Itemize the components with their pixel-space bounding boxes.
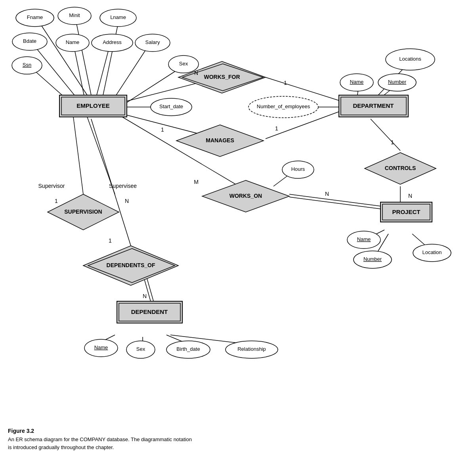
svg-line-27 [73, 117, 83, 194]
dep-name-text: Name [94, 344, 108, 350]
er-diagram: .entity-rect { fill: #d0d0d0; stroke: #0… [0, 0, 476, 436]
emp-sex-text: Sex [179, 61, 188, 67]
dept-name-text: Name [350, 79, 364, 85]
caption-title: Figure 3.2 [8, 428, 246, 434]
svg-line-21 [289, 194, 380, 206]
dependents-of-label: DEPENDENTS_OF [107, 262, 155, 268]
svg-line-0 [38, 20, 87, 95]
dependents-of-1: 1 [109, 237, 112, 244]
works-for-label: WORKS_FOR [204, 74, 240, 80]
works-for-n: N [194, 70, 198, 76]
supervision-1: 1 [55, 198, 58, 204]
svg-line-1 [75, 18, 91, 95]
minit-text: Minit [69, 12, 80, 18]
hours-text: Hours [291, 166, 305, 172]
ssn-text: Ssn [23, 62, 31, 68]
works-on-m: M [194, 179, 199, 185]
fname-text: Fname [27, 14, 43, 20]
svg-line-18 [371, 119, 400, 151]
controls-1: 1 [391, 139, 394, 145]
manages-label: MANAGES [206, 137, 234, 143]
caption-line2: is introduced gradually throughout the c… [8, 444, 246, 451]
dependents-of-n: N [143, 293, 147, 299]
locations-text: Locations [399, 56, 421, 62]
dept-number-text: Number [388, 79, 407, 85]
proj-number-text: Number [363, 256, 382, 262]
controls-label: CONTROLS [385, 165, 416, 171]
dependent-label: DEPENDENT [131, 308, 168, 315]
project-label: PROJECT [392, 208, 421, 215]
svg-line-4 [73, 44, 85, 101]
caption-line1: An ER schema diagram for the COMPANY dat… [8, 436, 246, 444]
num-employees-text: Number_of_employees [257, 103, 310, 109]
relationship-text: Relationship [237, 346, 266, 352]
svg-line-6 [111, 44, 150, 103]
manages-1-dept: 1 [275, 125, 278, 132]
svg-line-2 [103, 20, 119, 95]
works-on-label: WORKS_ON [229, 193, 262, 199]
dep-sex-text: Sex [136, 346, 145, 352]
figure-caption: Figure 3.2 An ER schema diagram for the … [8, 428, 246, 451]
emp-name-text: Name [66, 39, 80, 45]
works-for-1: 1 [284, 80, 287, 86]
works-on-n: N [325, 191, 329, 197]
address-text: Address [103, 39, 122, 45]
controls-n: N [408, 193, 412, 199]
employee-label: EMPLOYEE [76, 102, 109, 109]
lname-text: Lname [110, 14, 126, 20]
start-date-text: Start_date [159, 103, 183, 109]
birth-date-text: Birth_date [176, 346, 200, 352]
proj-location-text: Location [422, 249, 442, 255]
department-label: DEPARTMENT [353, 102, 394, 109]
supervisor-label: Supervisor [38, 183, 65, 189]
bdate-text: Bdate [23, 38, 36, 44]
salary-text: Salary [145, 39, 160, 45]
supervision-n: N [125, 198, 129, 204]
svg-line-22 [289, 197, 380, 209]
supervision-label: SUPERVISION [64, 208, 102, 215]
proj-name-text: Name [357, 236, 371, 242]
supervisee-label: Supervisee [109, 183, 137, 189]
manages-1-emp: 1 [161, 126, 164, 133]
